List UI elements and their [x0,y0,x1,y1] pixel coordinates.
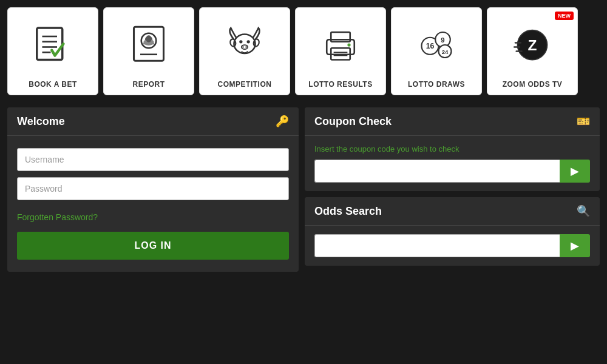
coupon-search-row: ▶ [314,160,590,183]
svg-point-27 [347,43,350,46]
odds-header: Odds Search 🔍 [305,197,600,226]
coupon-check-icon: 🎫 [577,115,590,128]
book-bet-icon [32,14,74,75]
book-bet-label: BOOK A BET [29,80,76,89]
competition-icon [223,14,266,75]
nav-tile-book-a-bet[interactable]: BOOK A BET [7,7,98,95]
report-icon [127,14,170,75]
play-icon: ▶ [571,164,579,178]
zoom-tv-icon: Z [511,14,554,75]
svg-text:16: 16 [426,42,435,50]
coupon-panel: Coupon Check 🎫 Insert the coupon code yo… [305,107,600,191]
svg-point-14 [234,34,256,53]
forgot-password-link[interactable]: Forgotten Password? [17,212,289,222]
odds-submit-button[interactable]: ▶ [560,234,590,257]
svg-point-16 [247,40,250,43]
svg-text:Z: Z [528,36,537,53]
coupon-header: Coupon Check 🎫 [305,107,600,136]
coupon-input[interactable] [314,160,560,183]
nav-tile-zoom-odds-tv[interactable]: NEW Z ZOOM ODDS TV [487,7,578,95]
lotto-results-icon [319,14,362,75]
username-input[interactable] [17,148,289,171]
coupon-body: Insert the coupon code you wish to check… [305,136,600,191]
nav-tile-report[interactable]: REPORT [103,7,194,95]
welcome-body: Forgotten Password? LOG IN [7,136,299,272]
login-button[interactable]: LOG IN [17,232,289,260]
svg-text:9: 9 [441,36,444,43]
odds-panel: Odds Search 🔍 ▶ [305,197,600,266]
svg-rect-0 [37,28,63,60]
lotto-results-label: LOTTO RESULTS [308,80,372,89]
welcome-panel: Welcome 🔑 Forgotten Password? LOG IN [7,107,299,272]
odds-title: Odds Search [314,205,382,218]
welcome-header: Welcome 🔑 [7,107,299,136]
odds-play-icon: ▶ [571,239,579,252]
nav-tile-competition[interactable]: COMPETITION [199,7,290,95]
svg-text:24: 24 [442,48,449,55]
coupon-title: Coupon Check [314,115,392,128]
report-label: REPORT [132,80,164,89]
search-icon: 🔍 [577,204,590,218]
svg-point-19 [245,46,247,48]
coupon-submit-button[interactable]: ▶ [560,160,590,183]
top-navigation: BOOK A BET REPORT [0,0,607,95]
odds-body: ▶ [305,226,600,266]
new-badge: NEW [555,12,574,20]
odds-search-input[interactable] [314,234,560,257]
nav-tile-lotto-draws[interactable]: 16 9 24 LOTTO DRAWS [391,7,482,95]
lotto-draws-label: LOTTO DRAWS [408,80,465,89]
nav-tile-lotto-results[interactable]: LOTTO RESULTS [295,7,386,95]
competition-label: COMPETITION [218,80,272,89]
key-icon: 🔑 [276,115,289,128]
svg-point-15 [239,40,242,43]
coupon-hint: Insert the coupon code you wish to check [314,144,590,153]
welcome-title: Welcome [17,115,65,128]
svg-point-13 [146,36,152,42]
svg-point-18 [242,46,244,48]
right-panels: Coupon Check 🎫 Insert the coupon code yo… [305,107,600,272]
main-content: Welcome 🔑 Forgotten Password? LOG IN Cou… [0,100,607,279]
lotto-draws-icon: 16 9 24 [415,14,458,75]
odds-search-row: ▶ [314,234,590,257]
zoom-odds-tv-label: ZOOM ODDS TV [503,80,563,89]
password-input[interactable] [17,177,289,200]
